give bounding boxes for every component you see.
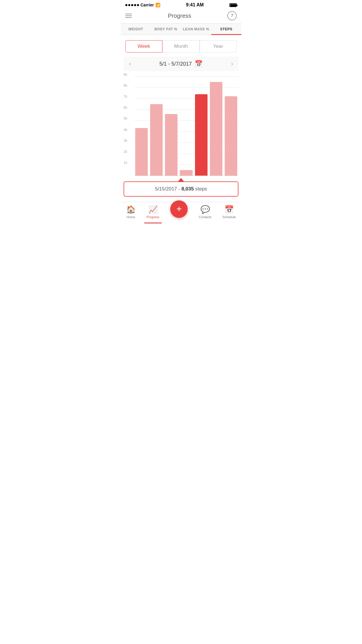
- status-left: Carrier 📶: [125, 3, 160, 7]
- tooltip-steps-word: steps: [195, 186, 207, 192]
- tab-body-fat[interactable]: BODY FAT %: [151, 24, 181, 35]
- chart-area: 9k 8k 7k 6k 5k 4k 3k 2k 1k: [121, 76, 241, 176]
- y-label-8k: 8k: [124, 83, 127, 88]
- tab-weight[interactable]: WEIGHT: [121, 24, 151, 35]
- time-label: 9:41 AM: [186, 2, 204, 8]
- y-label-2k: 2k: [124, 150, 127, 154]
- status-bar: Carrier 📶 9:41 AM: [121, 0, 241, 9]
- date-nav-center: 5/1 - 5/7/2017 📅: [159, 60, 203, 68]
- y-label-1k: 1k: [124, 161, 127, 165]
- tooltip-arrow: [178, 178, 184, 181]
- y-label-6k: 6k: [124, 106, 127, 110]
- battery-icon: [229, 3, 237, 7]
- tab-lean-mass[interactable]: LEAN MASS %: [181, 24, 211, 35]
- chart-grid: 9k 8k 7k 6k 5k 4k 3k 2k 1k: [134, 76, 238, 176]
- metric-tabs: WEIGHT BODY FAT % LEAN MASS % STEPS: [121, 23, 241, 35]
- bar-2[interactable]: [150, 76, 163, 176]
- prev-date-button[interactable]: ‹: [126, 60, 133, 68]
- nav-bar: Progress ?: [121, 9, 241, 23]
- nav-progress[interactable]: 📈 Progress: [147, 205, 159, 219]
- carrier-label: Carrier: [140, 3, 154, 7]
- period-month-button[interactable]: Month: [162, 40, 199, 52]
- nav-schedule-label: Schedule: [222, 215, 236, 219]
- next-date-button[interactable]: ›: [229, 60, 236, 68]
- tooltip-container: 5/15/2017 - 8,035 steps: [124, 178, 238, 197]
- date-range-label: 5/1 - 5/7/2017: [159, 61, 192, 67]
- schedule-icon: 📅: [224, 205, 234, 214]
- page-title: Progress: [168, 13, 191, 19]
- bar-6[interactable]: [210, 76, 222, 176]
- bottom-nav: 🏠 Home 📈 Progress + 💬 Contacts 📅 Schedul…: [121, 202, 241, 223]
- add-icon: +: [176, 204, 182, 214]
- calendar-icon[interactable]: 📅: [195, 60, 203, 68]
- period-week-button[interactable]: Week: [125, 40, 162, 52]
- y-label-9k: 9k: [124, 73, 127, 77]
- bar-5[interactable]: [195, 76, 208, 176]
- contacts-icon: 💬: [201, 205, 210, 214]
- bar-4[interactable]: [180, 76, 192, 176]
- y-label-3k: 3k: [124, 139, 127, 143]
- tooltip-box: 5/15/2017 - 8,035 steps: [124, 181, 238, 197]
- period-selector: Week Month Year: [125, 40, 237, 52]
- help-button[interactable]: ?: [227, 11, 237, 20]
- bar-7[interactable]: [225, 76, 237, 176]
- wifi-icon: 📶: [155, 3, 160, 7]
- tab-steps[interactable]: STEPS: [211, 24, 242, 35]
- y-label-7k: 7k: [124, 94, 127, 99]
- progress-icon: 📈: [148, 205, 158, 214]
- tooltip-separator: -: [178, 186, 181, 192]
- nav-contacts[interactable]: 💬 Contacts: [199, 205, 211, 219]
- nav-home-label: Home: [126, 215, 135, 219]
- bar-3[interactable]: [165, 76, 178, 176]
- date-navigator: ‹ 5/1 - 5/7/2017 📅 ›: [124, 57, 238, 71]
- nav-schedule[interactable]: 📅 Schedule: [222, 205, 236, 219]
- home-icon: 🏠: [126, 205, 136, 214]
- y-label-5k: 5k: [124, 116, 127, 120]
- tooltip-steps: 8,035: [181, 186, 194, 192]
- y-label-4k: 4k: [124, 128, 127, 132]
- help-icon-label: ?: [231, 13, 233, 18]
- hamburger-icon[interactable]: [125, 14, 132, 18]
- bar-1[interactable]: [135, 76, 148, 176]
- tooltip-date: 5/15/2017: [155, 186, 177, 192]
- nav-contacts-label: Contacts: [199, 215, 211, 219]
- period-year-button[interactable]: Year: [200, 40, 237, 52]
- signal-dots: [125, 4, 139, 6]
- add-button[interactable]: +: [170, 200, 188, 218]
- nav-progress-label: Progress: [147, 215, 159, 219]
- nav-home[interactable]: 🏠 Home: [126, 205, 136, 219]
- bars-container: [134, 76, 238, 176]
